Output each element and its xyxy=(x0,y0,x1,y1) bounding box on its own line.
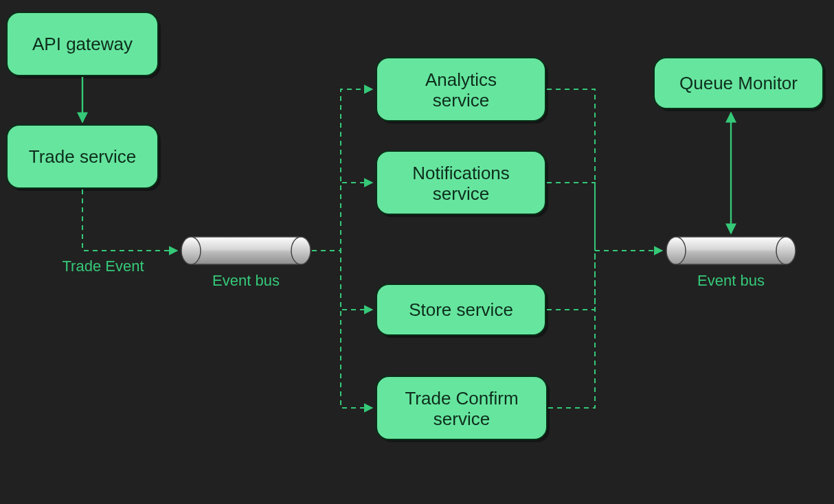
node-label: Store service xyxy=(409,299,513,320)
edge-bus1-to-store xyxy=(312,251,372,310)
svg-rect-14 xyxy=(191,237,301,264)
event-bus-2: Event bus xyxy=(666,237,796,289)
node-trade-service: Trade service xyxy=(7,125,161,191)
node-label: Analytics xyxy=(425,69,497,90)
svg-point-15 xyxy=(181,237,201,264)
node-api-gateway: API gateway xyxy=(7,12,161,78)
node-label: Notifications xyxy=(412,163,510,183)
node-label: Queue Monitor xyxy=(679,73,798,93)
node-queue-monitor: Queue Monitor xyxy=(654,58,826,111)
edge-label: Trade Event xyxy=(62,257,144,275)
svg-point-19 xyxy=(776,237,796,264)
edge-tradeconfirm-to-bus2 xyxy=(548,251,595,408)
node-analytics-service: Analytics service xyxy=(376,58,548,124)
edge-bus1-to-notifications xyxy=(312,183,372,251)
node-label: Trade service xyxy=(29,146,137,167)
node-label: service xyxy=(433,409,490,429)
edge-bus1-to-analytics xyxy=(312,89,372,251)
node-label: API gateway xyxy=(32,34,133,54)
node-label: service xyxy=(433,90,489,111)
bus-label: Event bus xyxy=(212,272,280,289)
node-notifications-service: Notifications service xyxy=(376,151,548,217)
bus-label: Event bus xyxy=(697,272,765,289)
svg-rect-17 xyxy=(676,237,786,264)
node-store-service: Store service xyxy=(376,284,548,338)
edge-analytics-to-bus2 xyxy=(547,89,595,251)
edge-notifications-to-bus2 xyxy=(547,183,595,251)
edge-bus1-to-tradeconfirm xyxy=(312,251,372,408)
edge-trade-to-bus1 xyxy=(82,190,177,251)
node-label: service xyxy=(433,183,489,204)
node-trade-confirm-service: Trade Confirm service xyxy=(376,376,550,442)
node-label: Trade Confirm xyxy=(405,388,518,409)
edge-store-to-bus2 xyxy=(547,251,595,310)
event-bus-1: Event bus xyxy=(181,237,311,289)
architecture-diagram: API gateway Trade service Analytics serv… xyxy=(0,0,834,504)
svg-point-18 xyxy=(666,237,686,264)
svg-point-16 xyxy=(291,237,311,264)
